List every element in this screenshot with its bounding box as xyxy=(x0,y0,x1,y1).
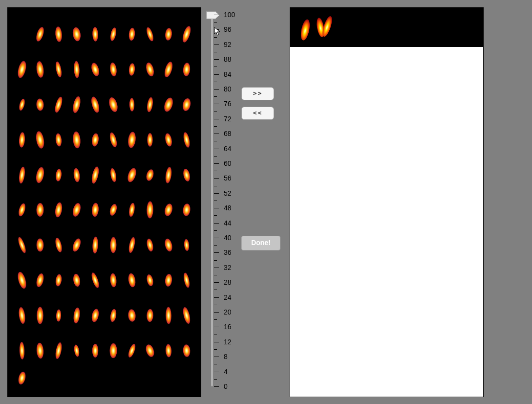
gallery-thumb[interactable] xyxy=(178,122,196,157)
gallery-thumb[interactable] xyxy=(68,17,86,52)
gallery-thumb[interactable] xyxy=(159,157,178,193)
gallery-thumb[interactable] xyxy=(178,263,196,298)
gallery-thumb[interactable] xyxy=(13,87,31,122)
done-button[interactable]: Done! xyxy=(241,236,280,250)
move-left-button[interactable]: << xyxy=(241,107,274,120)
gallery-thumb[interactable] xyxy=(13,193,31,228)
gallery-thumb[interactable] xyxy=(123,193,141,228)
gallery-thumb[interactable] xyxy=(123,333,141,368)
gallery-thumb[interactable] xyxy=(49,52,68,87)
gallery-thumb[interactable] xyxy=(141,17,160,52)
gallery-thumb[interactable] xyxy=(68,122,86,157)
gallery-thumb[interactable] xyxy=(68,157,86,193)
gallery-thumb[interactable] xyxy=(68,52,86,87)
gallery-thumb[interactable] xyxy=(86,17,105,52)
gallery-thumb[interactable] xyxy=(141,227,160,263)
gallery-thumb[interactable] xyxy=(123,87,141,122)
gallery-thumb[interactable] xyxy=(178,17,196,52)
gallery-thumb[interactable] xyxy=(13,333,31,368)
gallery-thumb[interactable] xyxy=(105,122,123,157)
gallery-thumb[interactable] xyxy=(31,193,50,228)
threshold-slider[interactable]: 0481216202428323640444852566064687276808… xyxy=(208,15,237,386)
gallery-thumb[interactable] xyxy=(178,298,196,333)
gallery-thumb[interactable] xyxy=(123,157,141,193)
gallery-thumb[interactable] xyxy=(13,298,31,333)
gallery-thumb[interactable] xyxy=(49,298,68,333)
gallery-thumb[interactable] xyxy=(13,263,31,298)
gallery-thumb[interactable] xyxy=(178,52,196,87)
gallery-thumb[interactable] xyxy=(49,227,68,263)
gallery-thumb[interactable] xyxy=(68,193,86,228)
gallery-thumb[interactable] xyxy=(13,368,31,388)
gallery-thumb[interactable] xyxy=(105,263,123,298)
gallery-thumb[interactable] xyxy=(141,333,160,368)
gallery-thumb[interactable] xyxy=(68,333,86,368)
move-right-button[interactable]: >> xyxy=(241,87,274,100)
gallery-thumb[interactable] xyxy=(178,193,196,228)
gallery-thumb[interactable] xyxy=(159,263,178,298)
gallery-thumb[interactable] xyxy=(178,157,196,193)
gallery-thumb[interactable] xyxy=(123,52,141,87)
gallery-thumb[interactable] xyxy=(141,298,160,333)
gallery-thumb[interactable] xyxy=(86,298,105,333)
gallery-thumb[interactable] xyxy=(86,227,105,263)
gallery-thumb[interactable] xyxy=(105,17,123,52)
gallery-thumb[interactable] xyxy=(159,122,178,157)
gallery-thumb[interactable] xyxy=(31,122,50,157)
gallery-thumb[interactable] xyxy=(31,298,50,333)
gallery-thumb[interactable] xyxy=(178,333,196,368)
gallery-thumb[interactable] xyxy=(13,227,31,263)
gallery-thumb[interactable] xyxy=(105,227,123,263)
gallery-thumb[interactable] xyxy=(68,227,86,263)
gallery-thumb[interactable] xyxy=(49,193,68,228)
gallery-thumb[interactable] xyxy=(13,122,31,157)
gallery-thumb[interactable] xyxy=(68,263,86,298)
gallery-thumb[interactable] xyxy=(31,227,50,263)
gallery-thumb[interactable] xyxy=(49,157,68,193)
gallery-thumb[interactable] xyxy=(159,298,178,333)
gallery-thumb[interactable] xyxy=(49,87,68,122)
gallery-thumb[interactable] xyxy=(13,157,31,193)
gallery-thumb[interactable] xyxy=(86,52,105,87)
gallery-thumb[interactable] xyxy=(31,157,50,193)
gallery-thumb[interactable] xyxy=(86,193,105,228)
gallery-thumb[interactable] xyxy=(49,122,68,157)
gallery-thumb[interactable] xyxy=(68,298,86,333)
gallery-thumb[interactable] xyxy=(178,227,196,263)
gallery-thumb[interactable] xyxy=(159,17,178,52)
gallery-thumb[interactable] xyxy=(141,87,160,122)
gallery-thumb[interactable] xyxy=(141,193,160,228)
gallery-thumb[interactable] xyxy=(49,333,68,368)
gallery-thumb[interactable] xyxy=(178,87,196,122)
gallery-thumb[interactable] xyxy=(105,87,123,122)
gallery-thumb[interactable] xyxy=(13,52,31,87)
gallery-thumb[interactable] xyxy=(123,122,141,157)
gallery-thumb[interactable] xyxy=(86,122,105,157)
gallery-thumb[interactable] xyxy=(159,52,178,87)
gallery-thumb[interactable] xyxy=(159,193,178,228)
gallery-thumb[interactable] xyxy=(159,333,178,368)
gallery-thumb[interactable] xyxy=(86,263,105,298)
gallery-thumb[interactable] xyxy=(31,333,50,368)
gallery-thumb[interactable] xyxy=(105,333,123,368)
gallery-thumb[interactable] xyxy=(105,157,123,193)
gallery-thumb[interactable] xyxy=(31,263,50,298)
gallery-thumb[interactable] xyxy=(159,227,178,263)
gallery-thumb[interactable] xyxy=(123,298,141,333)
gallery-thumb[interactable] xyxy=(49,263,68,298)
gallery-thumb[interactable] xyxy=(123,17,141,52)
gallery-thumb[interactable] xyxy=(86,157,105,193)
gallery-thumb[interactable] xyxy=(123,227,141,263)
gallery-thumb[interactable] xyxy=(141,263,160,298)
gallery-thumb[interactable] xyxy=(31,17,50,52)
gallery-thumb[interactable] xyxy=(86,333,105,368)
gallery-thumb[interactable] xyxy=(123,263,141,298)
gallery-thumb[interactable] xyxy=(68,87,86,122)
gallery-thumb[interactable] xyxy=(86,87,105,122)
gallery-thumb[interactable] xyxy=(105,193,123,228)
gallery-thumb[interactable] xyxy=(49,17,68,52)
gallery-thumb[interactable] xyxy=(141,122,160,157)
gallery-thumb[interactable] xyxy=(105,298,123,333)
gallery-thumb[interactable] xyxy=(141,52,160,87)
gallery-thumb[interactable] xyxy=(31,52,50,87)
